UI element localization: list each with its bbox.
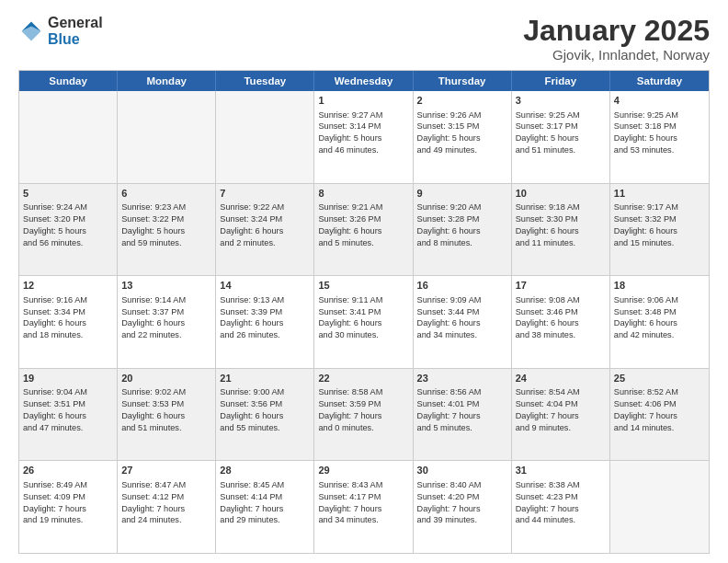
calendar-cell: 2Sunrise: 9:26 AMSunset: 3:15 PMDaylight…	[414, 91, 512, 183]
calendar-row: 1Sunrise: 9:27 AMSunset: 3:14 PMDaylight…	[19, 91, 709, 184]
header-day: Monday	[118, 71, 216, 91]
sunset-text: Sunset: 4:23 PM	[516, 491, 606, 503]
day-number: 30	[417, 464, 507, 477]
day-number: 27	[121, 464, 211, 477]
day-number: 20	[121, 372, 211, 385]
day-number: 13	[121, 279, 211, 293]
calendar-cell: 29Sunrise: 8:43 AMSunset: 4:17 PMDayligh…	[314, 461, 413, 553]
calendar-cell: 10Sunrise: 9:18 AMSunset: 3:30 PMDayligh…	[512, 184, 610, 276]
calendar-cell: 9Sunrise: 9:20 AMSunset: 3:28 PMDaylight…	[414, 184, 512, 276]
day-number: 4	[614, 94, 705, 108]
daylight-text: Daylight: 7 hours	[318, 503, 408, 515]
sunset-text: Sunset: 4:17 PM	[318, 491, 408, 503]
sunset-text: Sunset: 3:22 PM	[121, 213, 211, 225]
daylight-minutes-text: and 51 minutes.	[121, 422, 211, 434]
calendar-cell: 23Sunrise: 8:56 AMSunset: 4:01 PMDayligh…	[414, 369, 512, 461]
sunrise-text: Sunrise: 9:18 AM	[516, 201, 606, 213]
daylight-minutes-text: and 59 minutes.	[121, 237, 211, 249]
sunrise-text: Sunrise: 9:17 AM	[614, 201, 705, 213]
calendar-row: 5Sunrise: 9:24 AMSunset: 3:20 PMDaylight…	[19, 184, 709, 277]
calendar-cell: 28Sunrise: 8:45 AMSunset: 4:14 PMDayligh…	[216, 461, 314, 553]
day-number: 17	[516, 279, 606, 293]
header-day: Sunday	[19, 71, 118, 91]
sunset-text: Sunset: 3:32 PM	[614, 213, 705, 225]
calendar-cell: 4Sunrise: 9:25 AMSunset: 3:18 PMDaylight…	[610, 91, 709, 183]
daylight-text: Daylight: 7 hours	[417, 410, 507, 422]
day-number: 28	[220, 464, 310, 477]
calendar-row: 26Sunrise: 8:49 AMSunset: 4:09 PMDayligh…	[19, 461, 709, 553]
day-number: 19	[23, 372, 113, 385]
calendar-cell: 1Sunrise: 9:27 AMSunset: 3:14 PMDaylight…	[314, 91, 413, 183]
daylight-minutes-text: and 30 minutes.	[318, 329, 408, 341]
sunset-text: Sunset: 3:26 PM	[318, 213, 408, 225]
daylight-text: Daylight: 6 hours	[318, 317, 408, 329]
logo-general: General	[48, 15, 103, 31]
sunset-text: Sunset: 4:12 PM	[121, 491, 211, 503]
sunset-text: Sunset: 4:09 PM	[23, 491, 113, 503]
day-number: 9	[417, 187, 507, 201]
logo-icon	[18, 18, 44, 44]
calendar-cell: 27Sunrise: 8:47 AMSunset: 4:12 PMDayligh…	[118, 461, 216, 553]
sunrise-text: Sunrise: 8:52 AM	[614, 386, 705, 398]
header-day: Wednesday	[314, 71, 413, 91]
daylight-text: Daylight: 6 hours	[23, 410, 113, 422]
calendar-cell: 26Sunrise: 8:49 AMSunset: 4:09 PMDayligh…	[19, 461, 118, 553]
sunrise-text: Sunrise: 8:45 AM	[220, 479, 310, 491]
daylight-minutes-text: and 56 minutes.	[23, 237, 113, 249]
sunrise-text: Sunrise: 9:08 AM	[516, 294, 606, 306]
sunrise-text: Sunrise: 9:21 AM	[318, 201, 408, 213]
sunset-text: Sunset: 3:48 PM	[614, 306, 705, 318]
sunrise-text: Sunrise: 9:20 AM	[417, 201, 507, 213]
calendar-cell	[118, 91, 216, 183]
sunset-text: Sunset: 4:14 PM	[220, 491, 310, 503]
sunrise-text: Sunrise: 9:04 AM	[23, 386, 113, 398]
daylight-minutes-text: and 55 minutes.	[220, 422, 310, 434]
daylight-minutes-text: and 15 minutes.	[614, 237, 705, 249]
daylight-text: Daylight: 6 hours	[417, 225, 507, 237]
daylight-minutes-text: and 51 minutes.	[516, 144, 606, 156]
daylight-minutes-text: and 38 minutes.	[516, 329, 606, 341]
sunrise-text: Sunrise: 8:56 AM	[417, 386, 507, 398]
daylight-minutes-text: and 9 minutes.	[516, 422, 606, 434]
header-day: Friday	[512, 71, 610, 91]
daylight-text: Daylight: 6 hours	[121, 410, 211, 422]
header: General Blue January 2025 Gjovik, Innlan…	[18, 15, 710, 63]
day-number: 15	[318, 279, 408, 293]
daylight-minutes-text: and 19 minutes.	[23, 514, 113, 526]
day-number: 3	[516, 94, 606, 108]
daylight-text: Daylight: 7 hours	[614, 410, 705, 422]
page-title: January 2025	[523, 15, 710, 47]
daylight-text: Daylight: 5 hours	[23, 225, 113, 237]
sunrise-text: Sunrise: 9:14 AM	[121, 294, 211, 306]
calendar-cell: 12Sunrise: 9:16 AMSunset: 3:34 PMDayligh…	[19, 276, 118, 368]
daylight-text: Daylight: 6 hours	[318, 225, 408, 237]
calendar-cell: 17Sunrise: 9:08 AMSunset: 3:46 PMDayligh…	[512, 276, 610, 368]
daylight-minutes-text: and 24 minutes.	[121, 514, 211, 526]
calendar-cell	[19, 91, 118, 183]
daylight-minutes-text: and 5 minutes.	[318, 237, 408, 249]
daylight-minutes-text: and 11 minutes.	[516, 237, 606, 249]
day-number: 18	[614, 279, 705, 293]
day-number: 2	[417, 94, 507, 108]
sunrise-text: Sunrise: 8:47 AM	[121, 479, 211, 491]
calendar-cell: 5Sunrise: 9:24 AMSunset: 3:20 PMDaylight…	[19, 184, 118, 276]
calendar-row: 19Sunrise: 9:04 AMSunset: 3:51 PMDayligh…	[19, 369, 709, 462]
daylight-text: Daylight: 6 hours	[121, 317, 211, 329]
calendar-cell: 11Sunrise: 9:17 AMSunset: 3:32 PMDayligh…	[610, 184, 709, 276]
day-number: 23	[417, 372, 507, 385]
day-number: 31	[516, 464, 606, 477]
sunrise-text: Sunrise: 9:25 AM	[614, 109, 705, 121]
sunset-text: Sunset: 3:59 PM	[318, 398, 408, 410]
day-number: 22	[318, 372, 408, 385]
sunset-text: Sunset: 3:34 PM	[23, 306, 113, 318]
daylight-text: Daylight: 6 hours	[220, 410, 310, 422]
daylight-text: Daylight: 7 hours	[417, 503, 507, 515]
day-number: 16	[417, 279, 507, 293]
sunrise-text: Sunrise: 9:02 AM	[121, 386, 211, 398]
header-day: Thursday	[414, 71, 512, 91]
sunrise-text: Sunrise: 9:06 AM	[614, 294, 705, 306]
sunset-text: Sunset: 4:01 PM	[417, 398, 507, 410]
day-number: 11	[614, 187, 705, 201]
sunset-text: Sunset: 4:04 PM	[516, 398, 606, 410]
daylight-minutes-text: and 39 minutes.	[417, 514, 507, 526]
